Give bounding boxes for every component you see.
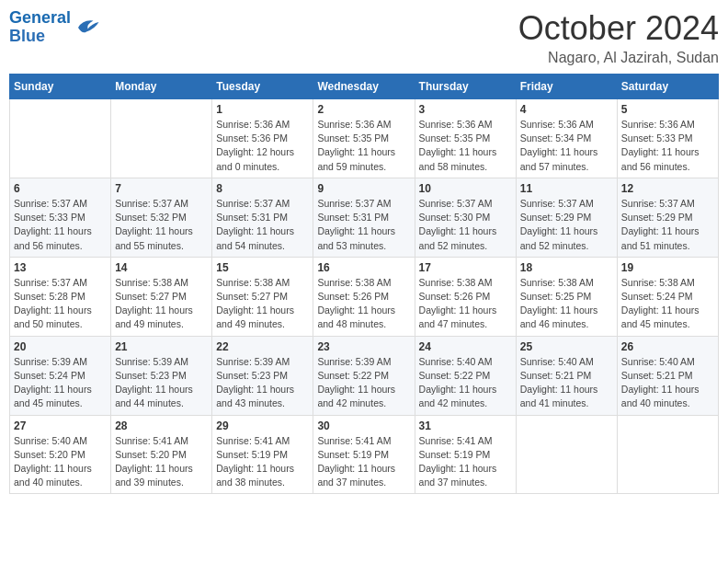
day-number: 14 <box>115 261 208 274</box>
day-info: Sunrise: 5:37 AMSunset: 5:32 PMDaylight:… <box>115 197 208 253</box>
weekday-header-cell: Monday <box>111 75 212 99</box>
day-info: Sunrise: 5:38 AMSunset: 5:27 PMDaylight:… <box>115 276 208 332</box>
day-info: Sunrise: 5:40 AMSunset: 5:22 PMDaylight:… <box>419 355 512 411</box>
day-info: Sunrise: 5:39 AMSunset: 5:22 PMDaylight:… <box>317 355 410 411</box>
day-info: Sunrise: 5:37 AMSunset: 5:33 PMDaylight:… <box>14 197 107 253</box>
day-number: 13 <box>14 261 107 274</box>
day-info: Sunrise: 5:41 AMSunset: 5:19 PMDaylight:… <box>419 434 512 490</box>
calendar-day-cell: 28Sunrise: 5:41 AMSunset: 5:20 PMDayligh… <box>111 415 212 494</box>
calendar-day-cell: 29Sunrise: 5:41 AMSunset: 5:19 PMDayligh… <box>212 415 313 494</box>
calendar-week-row: 27Sunrise: 5:40 AMSunset: 5:20 PMDayligh… <box>10 415 719 494</box>
day-number: 9 <box>317 182 410 195</box>
weekday-header-cell: Saturday <box>617 75 718 99</box>
weekday-header-cell: Thursday <box>415 75 516 99</box>
day-info: Sunrise: 5:36 AMSunset: 5:35 PMDaylight:… <box>419 118 512 174</box>
weekday-header-cell: Sunday <box>10 75 111 99</box>
calendar-day-cell: 5Sunrise: 5:36 AMSunset: 5:33 PMDaylight… <box>617 99 718 178</box>
calendar-day-cell: 18Sunrise: 5:38 AMSunset: 5:25 PMDayligh… <box>516 257 617 336</box>
calendar-day-cell: 24Sunrise: 5:40 AMSunset: 5:22 PMDayligh… <box>415 336 516 415</box>
day-number: 26 <box>621 340 714 353</box>
calendar-day-cell: 30Sunrise: 5:41 AMSunset: 5:19 PMDayligh… <box>313 415 415 494</box>
day-number: 29 <box>216 419 309 432</box>
day-number: 12 <box>621 182 714 195</box>
day-number: 6 <box>14 182 107 195</box>
day-number: 30 <box>317 419 410 432</box>
day-number: 15 <box>216 261 309 274</box>
calendar-day-cell: 4Sunrise: 5:36 AMSunset: 5:34 PMDaylight… <box>516 99 617 178</box>
calendar-day-cell: 10Sunrise: 5:37 AMSunset: 5:30 PMDayligh… <box>415 178 516 257</box>
day-number: 16 <box>317 261 410 274</box>
day-info: Sunrise: 5:41 AMSunset: 5:19 PMDaylight:… <box>216 434 309 490</box>
calendar-day-cell <box>111 99 212 178</box>
calendar-day-cell: 25Sunrise: 5:40 AMSunset: 5:21 PMDayligh… <box>516 336 617 415</box>
day-info: Sunrise: 5:38 AMSunset: 5:26 PMDaylight:… <box>317 276 410 332</box>
day-number: 21 <box>115 340 208 353</box>
day-number: 11 <box>520 182 613 195</box>
day-number: 23 <box>317 340 410 353</box>
day-number: 19 <box>621 261 714 274</box>
calendar-day-cell: 6Sunrise: 5:37 AMSunset: 5:33 PMDaylight… <box>10 178 111 257</box>
page-header: GeneralBlue October 2024 Nagaro, Al Jazi… <box>9 9 719 66</box>
day-info: Sunrise: 5:41 AMSunset: 5:20 PMDaylight:… <box>115 434 208 490</box>
day-info: Sunrise: 5:36 AMSunset: 5:35 PMDaylight:… <box>317 118 410 174</box>
day-number: 22 <box>216 340 309 353</box>
weekday-header-cell: Wednesday <box>313 75 415 99</box>
day-info: Sunrise: 5:37 AMSunset: 5:31 PMDaylight:… <box>216 197 309 253</box>
calendar-day-cell: 11Sunrise: 5:37 AMSunset: 5:29 PMDayligh… <box>516 178 617 257</box>
calendar-day-cell: 3Sunrise: 5:36 AMSunset: 5:35 PMDaylight… <box>415 99 516 178</box>
day-number: 10 <box>419 182 512 195</box>
calendar-day-cell: 13Sunrise: 5:37 AMSunset: 5:28 PMDayligh… <box>10 257 111 336</box>
calendar-day-cell: 1Sunrise: 5:36 AMSunset: 5:36 PMDaylight… <box>212 99 313 178</box>
calendar-body: 1Sunrise: 5:36 AMSunset: 5:36 PMDaylight… <box>10 99 719 494</box>
calendar-day-cell: 9Sunrise: 5:37 AMSunset: 5:31 PMDaylight… <box>313 178 415 257</box>
day-info: Sunrise: 5:40 AMSunset: 5:21 PMDaylight:… <box>621 355 714 411</box>
calendar-day-cell: 17Sunrise: 5:38 AMSunset: 5:26 PMDayligh… <box>415 257 516 336</box>
calendar-day-cell: 14Sunrise: 5:38 AMSunset: 5:27 PMDayligh… <box>111 257 212 336</box>
day-number: 1 <box>216 103 309 116</box>
calendar-week-row: 6Sunrise: 5:37 AMSunset: 5:33 PMDaylight… <box>10 178 719 257</box>
day-info: Sunrise: 5:39 AMSunset: 5:23 PMDaylight:… <box>115 355 208 411</box>
day-info: Sunrise: 5:41 AMSunset: 5:19 PMDaylight:… <box>317 434 410 490</box>
day-info: Sunrise: 5:36 AMSunset: 5:34 PMDaylight:… <box>520 118 613 174</box>
day-number: 20 <box>14 340 107 353</box>
calendar-day-cell <box>617 415 718 494</box>
logo-icon <box>73 14 100 41</box>
weekday-header-row: SundayMondayTuesdayWednesdayThursdayFrid… <box>10 75 719 99</box>
day-info: Sunrise: 5:37 AMSunset: 5:28 PMDaylight:… <box>14 276 107 332</box>
day-number: 8 <box>216 182 309 195</box>
day-info: Sunrise: 5:37 AMSunset: 5:31 PMDaylight:… <box>317 197 410 253</box>
calendar-day-cell: 16Sunrise: 5:38 AMSunset: 5:26 PMDayligh… <box>313 257 415 336</box>
calendar-week-row: 20Sunrise: 5:39 AMSunset: 5:24 PMDayligh… <box>10 336 719 415</box>
day-number: 17 <box>419 261 512 274</box>
weekday-header-cell: Tuesday <box>212 75 313 99</box>
calendar-day-cell: 15Sunrise: 5:38 AMSunset: 5:27 PMDayligh… <box>212 257 313 336</box>
day-info: Sunrise: 5:40 AMSunset: 5:21 PMDaylight:… <box>520 355 613 411</box>
day-info: Sunrise: 5:40 AMSunset: 5:20 PMDaylight:… <box>14 434 107 490</box>
day-number: 24 <box>419 340 512 353</box>
day-number: 5 <box>621 103 714 116</box>
calendar-day-cell: 31Sunrise: 5:41 AMSunset: 5:19 PMDayligh… <box>415 415 516 494</box>
day-number: 3 <box>419 103 512 116</box>
day-info: Sunrise: 5:37 AMSunset: 5:29 PMDaylight:… <box>621 197 714 253</box>
day-number: 18 <box>520 261 613 274</box>
calendar-day-cell: 22Sunrise: 5:39 AMSunset: 5:23 PMDayligh… <box>212 336 313 415</box>
day-info: Sunrise: 5:36 AMSunset: 5:36 PMDaylight:… <box>216 118 309 174</box>
calendar-day-cell: 27Sunrise: 5:40 AMSunset: 5:20 PMDayligh… <box>10 415 111 494</box>
location-title: Nagaro, Al Jazirah, Sudan <box>518 50 719 66</box>
day-number: 28 <box>115 419 208 432</box>
calendar-day-cell: 20Sunrise: 5:39 AMSunset: 5:24 PMDayligh… <box>10 336 111 415</box>
day-number: 4 <box>520 103 613 116</box>
day-info: Sunrise: 5:37 AMSunset: 5:29 PMDaylight:… <box>520 197 613 253</box>
month-title: October 2024 <box>518 9 719 48</box>
calendar-day-cell: 19Sunrise: 5:38 AMSunset: 5:24 PMDayligh… <box>617 257 718 336</box>
calendar-day-cell: 26Sunrise: 5:40 AMSunset: 5:21 PMDayligh… <box>617 336 718 415</box>
day-number: 27 <box>14 419 107 432</box>
calendar-day-cell <box>516 415 617 494</box>
calendar-day-cell: 23Sunrise: 5:39 AMSunset: 5:22 PMDayligh… <box>313 336 415 415</box>
calendar-day-cell <box>10 99 111 178</box>
day-info: Sunrise: 5:36 AMSunset: 5:33 PMDaylight:… <box>621 118 714 174</box>
day-info: Sunrise: 5:39 AMSunset: 5:24 PMDaylight:… <box>14 355 107 411</box>
logo: GeneralBlue <box>9 9 100 46</box>
calendar-day-cell: 7Sunrise: 5:37 AMSunset: 5:32 PMDaylight… <box>111 178 212 257</box>
calendar-table: SundayMondayTuesdayWednesdayThursdayFrid… <box>9 74 719 494</box>
